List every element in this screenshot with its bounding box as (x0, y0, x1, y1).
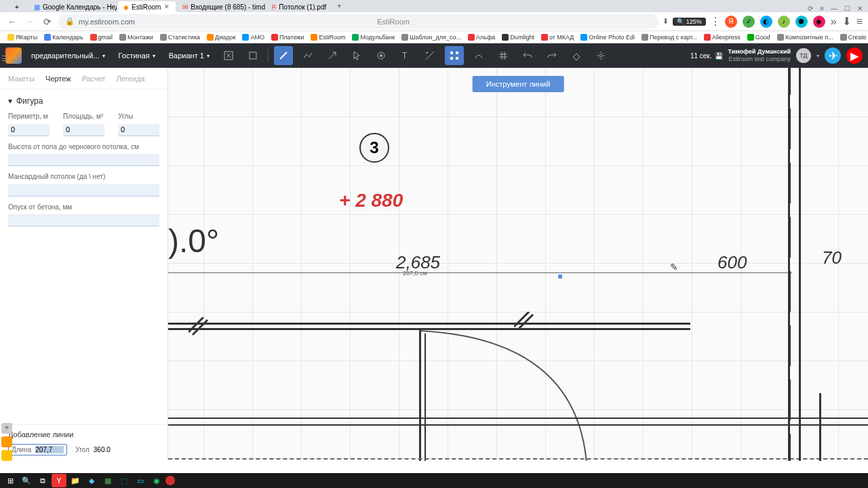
new-tab-button[interactable]: + (333, 0, 345, 12)
bookmark-item[interactable]: Online Photo Edi (578, 34, 637, 41)
bookmark-item[interactable]: Статистика (158, 34, 202, 41)
ext-icon[interactable]: ◉ (813, 16, 825, 28)
bookmark-item[interactable]: Платежи (269, 34, 307, 41)
settings-button[interactable] (591, 46, 610, 65)
area-input[interactable] (63, 124, 104, 136)
bookmark-item[interactable]: gmail (88, 34, 115, 41)
taskbar-app[interactable]: ⬚ (117, 474, 132, 487)
tool-text[interactable]: T (396, 46, 415, 65)
project-dropdown[interactable]: предварительный... (27, 52, 109, 60)
tool-measure[interactable] (420, 46, 439, 65)
side-badge[interactable] (1, 436, 12, 447)
tool-delete[interactable] (219, 46, 238, 65)
telegram-button[interactable]: ✈ (825, 47, 841, 64)
bookmark-item[interactable]: EstiRoom (309, 34, 347, 41)
user-avatar[interactable]: ТД (796, 48, 811, 63)
room-dropdown[interactable]: Гостиная (115, 52, 159, 60)
section-header[interactable]: ▾ Фигура (8, 96, 159, 106)
ext-icon-1[interactable]: ☰ (1, 54, 11, 64)
bookmark-item[interactable]: Календарь (42, 34, 85, 41)
tool-line[interactable] (274, 46, 293, 65)
close-icon[interactable]: ✕ (163, 3, 170, 10)
angle-field[interactable]: Угол (73, 445, 125, 455)
browser-menu-icon[interactable]: ≡ (820, 5, 824, 12)
length-field[interactable]: Длина (8, 444, 67, 455)
tool-freehand[interactable] (469, 46, 488, 65)
start-button[interactable]: ⊞ (3, 474, 18, 487)
tool-polyline[interactable] (298, 46, 317, 65)
bookmark-item[interactable]: Good (745, 34, 772, 41)
ext-icon[interactable]: ♪ (778, 16, 790, 28)
window-close-icon[interactable]: ✕ (857, 5, 863, 12)
youtube-button[interactable]: ▶ (846, 47, 863, 64)
back-button[interactable]: ← (5, 15, 19, 28)
ext-overflow-icon[interactable]: » (831, 16, 837, 28)
bookmark-item[interactable]: Монтажи (117, 34, 155, 41)
bookmark-item[interactable]: Модульбанк (350, 34, 397, 41)
tab-calendar[interactable]: ▦Google Календарь - Нед... (28, 1, 117, 12)
ext-icon[interactable]: ✓ (743, 16, 755, 28)
length-input[interactable] (35, 446, 64, 453)
window-max-icon[interactable]: ☐ (844, 5, 850, 12)
bookmark-item[interactable]: Create Free Pass (838, 34, 868, 41)
redo-button[interactable] (542, 46, 561, 65)
bookmark-item[interactable]: Перевод с карт... (639, 34, 699, 41)
erase-button[interactable] (567, 46, 586, 65)
bookmark-item[interactable]: ЯКарты (5, 34, 39, 41)
taskbar-app[interactable]: 📁 (68, 474, 83, 487)
tool-rect[interactable] (243, 46, 262, 65)
tool-point[interactable] (372, 46, 391, 65)
taskbar-app[interactable]: ▭ (133, 474, 148, 487)
tool-grid[interactable] (494, 46, 513, 65)
window-min-icon[interactable]: — (831, 5, 837, 12)
tab-calc[interactable]: Расчет (82, 75, 106, 83)
tab-inbox[interactable]: ✉Входящие (8 685) - timd... (177, 1, 265, 12)
height-input[interactable] (8, 154, 159, 166)
bookmark-item[interactable]: Композитные п... (775, 34, 835, 41)
perimeter-input[interactable] (8, 124, 50, 136)
mansard-input[interactable] (8, 184, 159, 197)
download-icon[interactable]: ⬇ (842, 15, 851, 28)
line-endpoint[interactable] (557, 274, 563, 279)
url-input[interactable]: 🔒 my.estiroom.com EstiRoom (58, 14, 658, 29)
reload-button[interactable]: ⟳ (41, 15, 54, 28)
tab-legend[interactable]: Легенда (117, 75, 145, 83)
menu-dots-icon[interactable]: ⋮ (710, 15, 721, 28)
taskbar-app[interactable]: Y (52, 474, 66, 487)
browser-menu-icon[interactable]: ⟳ (808, 5, 813, 12)
taskbar-app[interactable]: ▦ (100, 474, 115, 487)
bookmark-item[interactable]: от МКАД (539, 34, 576, 41)
zoom-indicator[interactable]: 🔍 125% (673, 18, 706, 26)
bookmark-item[interactable]: Dumlight (500, 34, 536, 41)
search-button[interactable]: 🔍 (19, 474, 34, 487)
tool-pointer[interactable] (347, 46, 366, 65)
bookmark-item[interactable]: Альфа (466, 34, 497, 41)
tab-drawing[interactable]: Чертеж (45, 75, 71, 83)
angle-input[interactable] (94, 446, 122, 453)
ext-icon[interactable]: ◐ (760, 16, 772, 28)
tab-new-small[interactable]: + (14, 1, 27, 12)
bookmark-icon[interactable]: ⬇ (663, 17, 669, 26)
taskbar-app[interactable] (165, 476, 175, 485)
browser-menu-icon[interactable]: ≡ (856, 16, 863, 28)
drop-input[interactable] (8, 214, 159, 226)
forward-button[interactable]: → (23, 15, 37, 28)
variant-dropdown[interactable]: Вариант 1 (165, 52, 214, 60)
tab-layouts[interactable]: Макеты (8, 75, 35, 83)
task-view-button[interactable]: ⧉ (35, 474, 50, 487)
taskbar-app[interactable]: ◆ (84, 474, 99, 487)
bookmark-item[interactable]: Шаблон_для_со... (399, 34, 463, 41)
bookmark-item[interactable]: АМО (240, 34, 267, 41)
tab-pdf[interactable]: ⎘Потолок (1).pdf (267, 1, 332, 12)
ext-icon[interactable]: Я (725, 16, 737, 28)
tool-snap[interactable] (445, 46, 464, 65)
side-badge[interactable] (1, 450, 12, 461)
side-badge[interactable]: + (1, 423, 12, 434)
drawing-canvas[interactable]: Инструмент линий ).0° 3 + 2 880 2,685 20… (168, 68, 868, 461)
bookmark-item[interactable]: Диадок (205, 34, 237, 41)
undo-button[interactable] (518, 46, 537, 65)
save-icon[interactable]: 💾 (715, 52, 723, 60)
tool-arrow[interactable] (323, 46, 342, 65)
angles-input[interactable] (118, 124, 159, 136)
taskbar-app[interactable]: ◉ (149, 474, 164, 487)
